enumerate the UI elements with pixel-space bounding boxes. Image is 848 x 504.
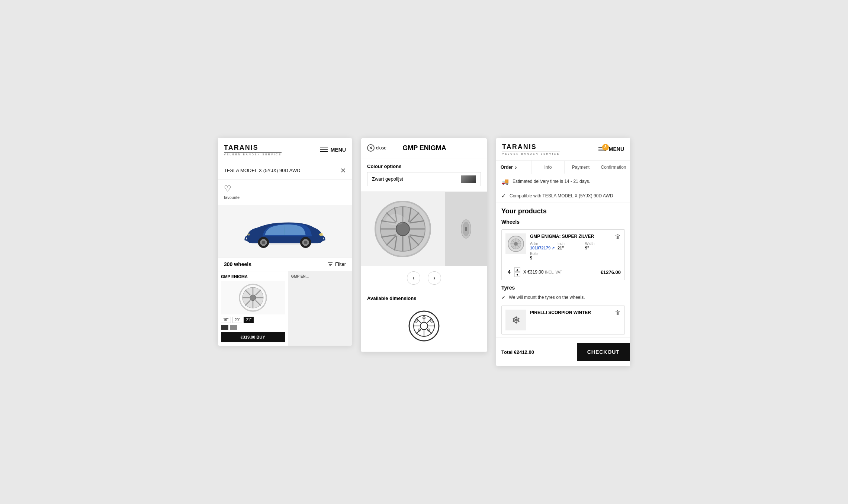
product-card-1: GMP ENIGMA — [218, 271, 288, 346]
step-arrow-icon: › — [515, 164, 517, 170]
step-info-label: Info — [544, 165, 552, 170]
step-confirmation-label: Confirmation — [601, 165, 626, 170]
tyre-mount-info: ✓ We will mount the tyres on the wheels. — [496, 293, 630, 303]
colour-option[interactable]: Zwart gepolijst — [367, 172, 481, 186]
svg-point-9 — [247, 233, 250, 236]
svg-point-67 — [514, 242, 518, 246]
close-circle-icon: ✕ — [367, 144, 375, 152]
colour-preview — [461, 175, 476, 183]
checkout-bar: Total €2412.00 CHECKOUT — [496, 337, 630, 366]
products-row: GMP ENIGMA — [218, 271, 352, 346]
svg-point-51 — [420, 322, 428, 330]
checkout-button[interactable]: CHECKOUT — [577, 343, 630, 361]
delivery-text: Estimated delivery time is 14 - 21 days. — [513, 179, 590, 184]
step-info[interactable]: Info — [532, 161, 565, 174]
price-info: X €319.00 INCL. VAT — [523, 269, 598, 275]
wheels-count: 300 wheels — [224, 261, 251, 267]
svg-point-15 — [250, 295, 256, 301]
wheel-product-header: GMP ENIGMA: SUPER ZILVER Artnr 101072179… — [502, 230, 624, 264]
close-label: close — [376, 145, 386, 151]
swatch-silver[interactable] — [230, 325, 237, 330]
buy-button-1[interactable]: €319.00 BUY — [221, 332, 285, 342]
filter-icon — [328, 262, 333, 267]
tyre-product-item: ❄ PIRELLI SCORPION WINTER 🗑 — [501, 306, 625, 335]
snowflake-icon: ❄ — [512, 314, 520, 326]
menu-button[interactable]: MENU — [320, 147, 346, 153]
total-label: Total €2412.00 — [496, 349, 534, 355]
delete-wheel-button[interactable]: 🗑 — [615, 233, 621, 240]
mount-text: We will mount the tyres on the wheels. — [509, 295, 585, 300]
screen-product-list: TARANIS VELGEN BANDEN SERVICE MENU TESLA… — [218, 138, 352, 346]
svg-line-57 — [427, 329, 432, 334]
inch-value: 21" — [558, 246, 584, 250]
prev-button[interactable]: ‹ — [407, 271, 420, 285]
car-image-area — [218, 205, 352, 257]
artnr-value[interactable]: 101072179 ↗ — [530, 246, 556, 250]
width-value: 9" — [585, 246, 611, 250]
wheel-main-image — [361, 192, 445, 266]
truck-icon: 🚚 — [501, 178, 509, 185]
wheels-section-title: Wheels — [496, 217, 630, 227]
hamburger-icon — [320, 148, 328, 152]
size-19-btn[interactable]: 19" — [221, 317, 231, 323]
svg-point-61 — [431, 320, 433, 322]
size-21-btn[interactable]: 21" — [244, 317, 254, 323]
next-button[interactable]: › — [428, 271, 441, 285]
wheel-side-svg — [455, 218, 477, 240]
step-payment[interactable]: Payment — [565, 161, 597, 174]
your-products-title: Your products — [496, 203, 630, 217]
qty-up-button[interactable]: ▲ — [514, 267, 520, 272]
wheel-large-area — [361, 192, 487, 266]
screen-product-detail: ✕ close GMP ENIGMA Colour options Zwart … — [361, 138, 487, 352]
swatch-dark[interactable] — [221, 325, 228, 330]
step-order[interactable]: Order › — [496, 161, 532, 174]
wheel-image-1 — [221, 281, 285, 314]
favourite-button[interactable]: ♡ — [224, 184, 346, 194]
dimensions-section: Available dimensions — [361, 290, 487, 352]
colour-section: Colour options Zwart gepolijst — [361, 158, 487, 192]
menu-label: MENU — [331, 147, 346, 153]
tyre-product-thumb: ❄ — [505, 310, 526, 330]
filter-button[interactable]: Filter — [328, 261, 346, 267]
filter-label: Filter — [335, 261, 346, 267]
checkout-label: CHECKOUT — [587, 349, 620, 355]
clear-search-button[interactable]: ✕ — [340, 167, 346, 175]
screen3-header: TARANIS VELGEN BANDEN SERVICE 8 MENU — [496, 138, 630, 161]
wheel-product-footer: 4 ▲ ▼ X €319.00 INCL. VAT €1276.00 — [502, 264, 624, 280]
wheel-outline-area — [367, 306, 481, 346]
qty-control: 4 ▲ ▼ — [505, 267, 520, 277]
delete-tyre-button[interactable]: 🗑 — [615, 310, 621, 316]
svg-point-7 — [304, 241, 307, 244]
compatible-text: Compatible with TESLA MODEL X (5YJX) 90D… — [510, 193, 613, 198]
qty-number: 4 — [505, 269, 513, 275]
filter-bar: 300 wheels Filter — [218, 257, 352, 271]
product-card-2-placeholder: GMP EN... — [288, 271, 352, 346]
step-confirmation[interactable]: Confirmation — [597, 161, 630, 174]
wheel-svg-1 — [238, 283, 268, 313]
qty-down-button[interactable]: ▼ — [514, 272, 520, 277]
wheel-product-thumb — [505, 233, 526, 254]
logo: TARANIS VELGEN BANDEN SERVICE — [224, 144, 282, 156]
wheel-outline-svg — [407, 309, 441, 343]
external-link-icon: ↗ — [552, 246, 555, 250]
tyre-product-info: PIRELLI SCORPION WINTER — [530, 310, 611, 316]
size-20-btn[interactable]: 20" — [232, 317, 242, 323]
modal-header: ✕ close GMP ENIGMA — [361, 138, 487, 158]
compatible-info: ✓ Compatible with TESLA MODEL X (5YJX) 9… — [496, 189, 630, 203]
step-order-label: Order — [501, 165, 513, 170]
wheel-large-svg — [373, 199, 433, 259]
screen1-header: TARANIS VELGEN BANDEN SERVICE MENU — [218, 138, 352, 162]
wheel-total-price: €1276.00 — [601, 269, 621, 275]
favourite-label: favourite — [224, 195, 240, 200]
close-modal-button[interactable]: ✕ close — [367, 144, 386, 152]
modal-title: GMP ENIGMA — [386, 144, 462, 152]
wheel-product-info: GMP ENIGMA: SUPER ZILVER Artnr 101072179… — [530, 233, 611, 261]
bolts-value: 5 — [530, 256, 556, 260]
nav-arrows: ‹ › — [361, 266, 487, 290]
brand-name: TARANIS — [224, 144, 258, 151]
favourite-section: ♡ favourite — [218, 180, 352, 205]
wheel-thumb-svg — [507, 235, 525, 253]
dimensions-label: Available dimensions — [367, 295, 481, 301]
menu-button-s3[interactable]: 8 MENU — [598, 146, 624, 152]
color-swatches-1 — [221, 325, 285, 330]
